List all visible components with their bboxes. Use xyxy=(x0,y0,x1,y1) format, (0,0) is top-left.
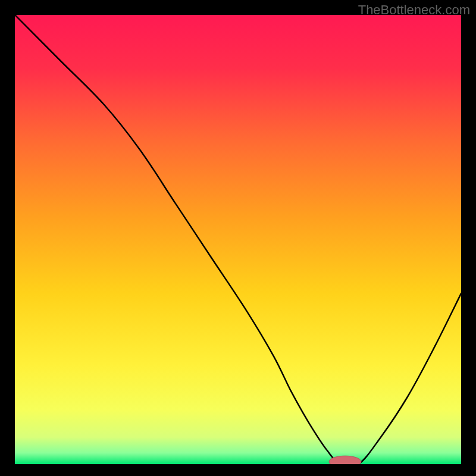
plot-svg xyxy=(15,15,461,464)
watermark-text: TheBottleneck.com xyxy=(358,2,470,18)
plot-area xyxy=(15,15,461,464)
chart-frame: TheBottleneck.com xyxy=(0,0,476,476)
